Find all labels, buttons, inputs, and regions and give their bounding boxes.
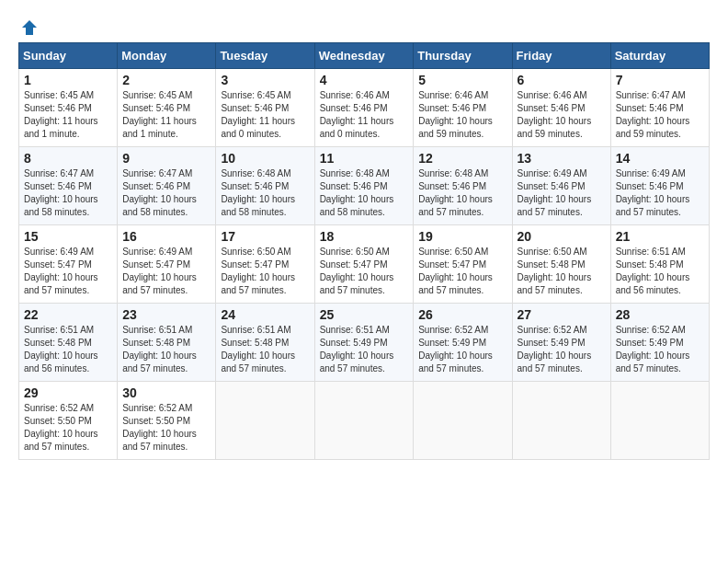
- day-number: 14: [616, 151, 704, 166]
- day-number: 2: [122, 73, 210, 87]
- calendar-cell: 20Sunrise: 6:50 AMSunset: 5:48 PMDayligh…: [512, 225, 610, 304]
- day-info: Sunrise: 6:52 AMSunset: 5:50 PMDaylight:…: [24, 402, 112, 454]
- svg-marker-0: [22, 20, 37, 35]
- day-number: 6: [518, 73, 606, 87]
- day-number: 23: [122, 307, 210, 322]
- day-number: 7: [616, 73, 704, 87]
- week-row-3: 15Sunrise: 6:49 AMSunset: 5:47 PMDayligh…: [19, 225, 710, 304]
- day-info: Sunrise: 6:45 AMSunset: 5:46 PMDaylight:…: [24, 89, 112, 141]
- calendar-cell: 11Sunrise: 6:48 AMSunset: 5:46 PMDayligh…: [314, 147, 414, 225]
- day-number: 19: [418, 229, 506, 244]
- calendar-cell: 22Sunrise: 6:51 AMSunset: 5:48 PMDayligh…: [19, 304, 118, 382]
- day-info: Sunrise: 6:47 AMSunset: 5:46 PMDaylight:…: [616, 89, 704, 141]
- day-number: 22: [24, 307, 112, 322]
- day-number: 25: [320, 307, 409, 322]
- calendar-cell: 6Sunrise: 6:46 AMSunset: 5:46 PMDaylight…: [512, 69, 610, 147]
- day-info: Sunrise: 6:50 AMSunset: 5:48 PMDaylight:…: [518, 246, 606, 297]
- day-number: 3: [221, 73, 309, 87]
- day-number: 15: [24, 229, 112, 244]
- calendar-cell: 10Sunrise: 6:48 AMSunset: 5:46 PMDayligh…: [216, 147, 314, 225]
- day-number: 5: [418, 73, 506, 87]
- calendar-cell: 19Sunrise: 6:50 AMSunset: 5:47 PMDayligh…: [414, 225, 512, 304]
- day-number: 26: [418, 307, 506, 322]
- day-info: Sunrise: 6:47 AMSunset: 5:46 PMDaylight:…: [122, 167, 210, 219]
- calendar-cell: 7Sunrise: 6:47 AMSunset: 5:46 PMDaylight…: [610, 69, 709, 147]
- calendar-cell: 21Sunrise: 6:51 AMSunset: 5:48 PMDayligh…: [610, 225, 709, 304]
- day-info: Sunrise: 6:51 AMSunset: 5:49 PMDaylight:…: [320, 324, 409, 375]
- calendar-cell: [512, 382, 610, 460]
- day-info: Sunrise: 6:46 AMSunset: 5:46 PMDaylight:…: [320, 89, 409, 141]
- calendar-cell: 4Sunrise: 6:46 AMSunset: 5:46 PMDaylight…: [314, 69, 414, 147]
- day-number: 29: [24, 385, 112, 400]
- week-row-1: 1Sunrise: 6:45 AMSunset: 5:46 PMDaylight…: [19, 69, 710, 147]
- calendar-cell: 8Sunrise: 6:47 AMSunset: 5:46 PMDaylight…: [19, 147, 118, 225]
- day-info: Sunrise: 6:51 AMSunset: 5:48 PMDaylight:…: [24, 324, 112, 375]
- calendar-cell: 3Sunrise: 6:45 AMSunset: 5:46 PMDaylight…: [216, 69, 314, 147]
- day-info: Sunrise: 6:51 AMSunset: 5:48 PMDaylight:…: [221, 324, 309, 375]
- calendar-header-row: SundayMondayTuesdayWednesdayThursdayFrid…: [19, 43, 710, 69]
- day-number: 27: [518, 307, 606, 322]
- column-header-wednesday: Wednesday: [314, 43, 414, 69]
- day-info: Sunrise: 6:51 AMSunset: 5:48 PMDaylight:…: [122, 324, 210, 375]
- day-info: Sunrise: 6:51 AMSunset: 5:48 PMDaylight:…: [616, 246, 704, 297]
- logo: [18, 18, 39, 33]
- day-info: Sunrise: 6:50 AMSunset: 5:47 PMDaylight:…: [418, 246, 506, 297]
- calendar-cell: 25Sunrise: 6:51 AMSunset: 5:49 PMDayligh…: [314, 304, 414, 382]
- day-number: 17: [221, 229, 309, 244]
- day-info: Sunrise: 6:46 AMSunset: 5:46 PMDaylight:…: [418, 89, 506, 141]
- day-number: 13: [518, 151, 606, 166]
- day-info: Sunrise: 6:52 AMSunset: 5:50 PMDaylight:…: [122, 402, 210, 454]
- calendar-cell: 1Sunrise: 6:45 AMSunset: 5:46 PMDaylight…: [19, 69, 118, 147]
- calendar-cell: 28Sunrise: 6:52 AMSunset: 5:49 PMDayligh…: [610, 304, 709, 382]
- day-info: Sunrise: 6:48 AMSunset: 5:46 PMDaylight:…: [418, 167, 506, 219]
- calendar-cell: 2Sunrise: 6:45 AMSunset: 5:46 PMDaylight…: [118, 69, 216, 147]
- week-row-4: 22Sunrise: 6:51 AMSunset: 5:48 PMDayligh…: [19, 304, 710, 382]
- day-info: Sunrise: 6:49 AMSunset: 5:47 PMDaylight:…: [122, 246, 210, 297]
- column-header-sunday: Sunday: [19, 43, 118, 69]
- column-header-saturday: Saturday: [610, 43, 709, 69]
- day-number: 18: [320, 229, 409, 244]
- calendar-cell: 18Sunrise: 6:50 AMSunset: 5:47 PMDayligh…: [314, 225, 414, 304]
- header: [18, 18, 710, 33]
- day-number: 10: [221, 151, 309, 166]
- day-info: Sunrise: 6:49 AMSunset: 5:46 PMDaylight:…: [518, 167, 606, 219]
- calendar-cell: 9Sunrise: 6:47 AMSunset: 5:46 PMDaylight…: [118, 147, 216, 225]
- calendar-cell: 26Sunrise: 6:52 AMSunset: 5:49 PMDayligh…: [414, 304, 512, 382]
- week-row-2: 8Sunrise: 6:47 AMSunset: 5:46 PMDaylight…: [19, 147, 710, 225]
- day-info: Sunrise: 6:45 AMSunset: 5:46 PMDaylight:…: [221, 89, 309, 141]
- calendar-cell: 14Sunrise: 6:49 AMSunset: 5:46 PMDayligh…: [610, 147, 709, 225]
- day-info: Sunrise: 6:49 AMSunset: 5:46 PMDaylight:…: [616, 167, 704, 219]
- calendar-cell: [610, 382, 709, 460]
- day-number: 24: [221, 307, 309, 322]
- calendar-cell: 13Sunrise: 6:49 AMSunset: 5:46 PMDayligh…: [512, 147, 610, 225]
- week-row-5: 29Sunrise: 6:52 AMSunset: 5:50 PMDayligh…: [19, 382, 710, 460]
- day-info: Sunrise: 6:48 AMSunset: 5:46 PMDaylight:…: [320, 167, 409, 219]
- day-number: 16: [122, 229, 210, 244]
- calendar-cell: [314, 382, 414, 460]
- day-number: 20: [518, 229, 606, 244]
- day-number: 4: [320, 73, 409, 87]
- day-info: Sunrise: 6:45 AMSunset: 5:46 PMDaylight:…: [122, 89, 210, 141]
- day-number: 30: [122, 385, 210, 400]
- calendar-cell: 29Sunrise: 6:52 AMSunset: 5:50 PMDayligh…: [19, 382, 118, 460]
- day-info: Sunrise: 6:50 AMSunset: 5:47 PMDaylight:…: [320, 246, 409, 297]
- calendar-cell: [216, 382, 314, 460]
- calendar-cell: 27Sunrise: 6:52 AMSunset: 5:49 PMDayligh…: [512, 304, 610, 382]
- column-header-thursday: Thursday: [414, 43, 512, 69]
- day-info: Sunrise: 6:46 AMSunset: 5:46 PMDaylight:…: [518, 89, 606, 141]
- day-info: Sunrise: 6:49 AMSunset: 5:47 PMDaylight:…: [24, 246, 112, 297]
- day-info: Sunrise: 6:52 AMSunset: 5:49 PMDaylight:…: [616, 324, 704, 375]
- calendar-cell: 12Sunrise: 6:48 AMSunset: 5:46 PMDayligh…: [414, 147, 512, 225]
- column-header-monday: Monday: [118, 43, 216, 69]
- day-info: Sunrise: 6:47 AMSunset: 5:46 PMDaylight:…: [24, 167, 112, 219]
- calendar-cell: 5Sunrise: 6:46 AMSunset: 5:46 PMDaylight…: [414, 69, 512, 147]
- day-number: 12: [418, 151, 506, 166]
- calendar-table: SundayMondayTuesdayWednesdayThursdayFrid…: [18, 42, 710, 460]
- day-info: Sunrise: 6:52 AMSunset: 5:49 PMDaylight:…: [418, 324, 506, 375]
- day-number: 1: [24, 73, 112, 87]
- calendar-cell: 24Sunrise: 6:51 AMSunset: 5:48 PMDayligh…: [216, 304, 314, 382]
- column-header-friday: Friday: [512, 43, 610, 69]
- calendar-cell: 15Sunrise: 6:49 AMSunset: 5:47 PMDayligh…: [19, 225, 118, 304]
- day-info: Sunrise: 6:52 AMSunset: 5:49 PMDaylight:…: [518, 324, 606, 375]
- calendar-cell: 23Sunrise: 6:51 AMSunset: 5:48 PMDayligh…: [118, 304, 216, 382]
